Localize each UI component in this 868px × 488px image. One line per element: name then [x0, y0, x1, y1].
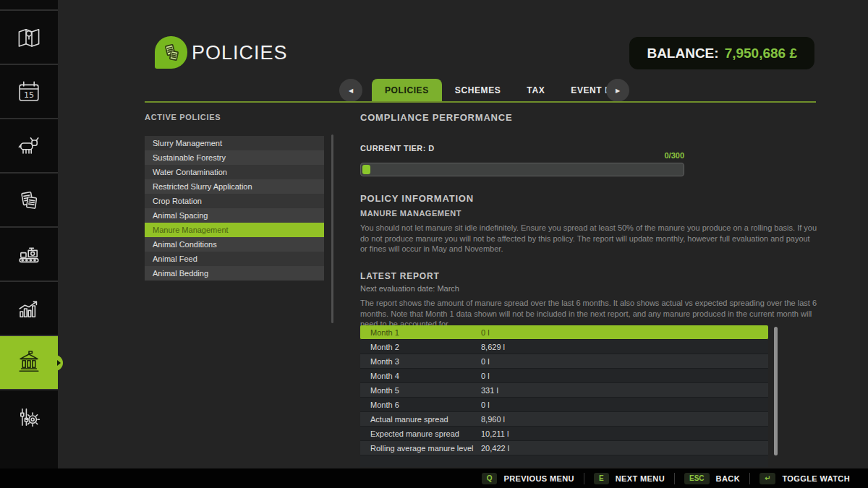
sidebar-item-partial-top	[0, 0, 58, 9]
compliance-score: 0/300	[360, 151, 684, 160]
latest-report-heading: LATEST REPORT	[360, 271, 440, 281]
row-value: 8,960 l	[481, 415, 505, 424]
sidebar-item-contracts[interactable]	[0, 172, 58, 226]
tab-underline	[145, 101, 816, 103]
row-value: 0 l	[481, 328, 490, 337]
row-value: 8,629 l	[481, 343, 505, 351]
policy-list-scrollbar[interactable]	[331, 134, 333, 323]
policy-list-item[interactable]: Animal Conditions	[145, 237, 324, 252]
policy-name: MANURE MANAGEMENT	[360, 209, 461, 218]
sidebar-item-finances[interactable]	[0, 335, 58, 389]
hotkey-action[interactable]: ESC BACK	[674, 473, 749, 484]
hotkey-label: PREVIOUS MENU	[503, 474, 574, 483]
production-icon	[14, 240, 43, 269]
table-row[interactable]: Actual manure spread 8,960 l	[360, 412, 768, 427]
policy-list-item[interactable]: Animal Bedding	[145, 266, 324, 281]
hotkey-badge: ESC	[684, 473, 710, 484]
tabs-next-arrow[interactable]: ▶	[606, 79, 629, 102]
contracts-icon	[14, 186, 43, 215]
row-label: Month 4	[360, 372, 481, 380]
table-row[interactable]: Rolling average manure level 20,422 l	[360, 441, 768, 455]
tab-bar: POLICIESSCHEMESTAXEVENT LOG	[372, 79, 638, 102]
table-row[interactable]: Month 1 0 l	[360, 325, 768, 340]
balance-badge: BALANCE: 7,950,686 £	[629, 37, 814, 69]
report-table: Month 1 0 l Month 2 8,629 l Month 3 0 l …	[360, 325, 768, 467]
table-row[interactable]: Month 4 0 l	[360, 369, 768, 383]
row-value: 10,211 l	[481, 429, 509, 438]
policy-list-item[interactable]: Water Contamination	[145, 165, 324, 179]
hotkey-label: NEXT MENU	[616, 474, 665, 483]
policy-info-heading: POLICY INFORMATION	[360, 193, 474, 204]
compliance-heading: COMPLIANCE PERFORMANCE	[360, 112, 512, 123]
hotkey-action[interactable]: Q PREVIOUS MENU	[472, 473, 584, 484]
table-row[interactable]	[360, 455, 768, 467]
bank-icon	[14, 348, 43, 377]
policy-description: You should not let manure sit idle indef…	[360, 223, 819, 254]
hotkey-badge: Q	[482, 473, 498, 484]
sidebar-item-statistics[interactable]	[0, 281, 58, 335]
hotkey-label: TOGGLE WATCH	[782, 474, 850, 483]
policy-list-item[interactable]: Animal Feed	[145, 252, 324, 266]
sidebar: 15	[0, 0, 58, 468]
table-row[interactable]: Expected manure spread 10,211 l	[360, 427, 768, 441]
table-row[interactable]: Month 5 331 l	[360, 383, 768, 398]
svg-text:15: 15	[24, 90, 34, 100]
report-table-scrollbar[interactable]	[774, 327, 778, 455]
hotkey-label: BACK	[716, 474, 740, 483]
row-value: 331 l	[481, 386, 498, 395]
sidebar-item-settings[interactable]	[0, 389, 58, 443]
policy-list-item[interactable]: Animal Spacing	[145, 208, 324, 223]
compliance-progress-fill	[362, 165, 370, 174]
hotkey-action[interactable]: E NEXT MENU	[584, 473, 674, 484]
row-value: 0 l	[481, 401, 490, 409]
row-label: Month 6	[360, 401, 481, 409]
compliance-progress-bar	[360, 163, 684, 176]
tab[interactable]: TAX	[514, 79, 558, 102]
table-row[interactable]: Month 3 0 l	[360, 354, 768, 369]
table-row[interactable]: Month 6 0 l	[360, 398, 768, 412]
row-value: 0 l	[481, 372, 490, 380]
row-label: Month 3	[360, 357, 481, 366]
statistics-icon	[14, 294, 43, 323]
balance-label: BALANCE:	[647, 46, 718, 61]
row-label: Month 1	[360, 328, 481, 337]
policies-icon	[155, 36, 187, 69]
policy-list-item[interactable]: Crop Rotation	[145, 194, 324, 208]
sidebar-item-calendar[interactable]: 15	[0, 64, 58, 118]
row-label: Rolling average manure level	[360, 444, 481, 453]
row-label: Month 5	[360, 386, 481, 395]
hotkey-badge: ↵	[760, 473, 775, 484]
settings-icon	[14, 403, 43, 432]
calendar-icon: 15	[14, 77, 43, 106]
row-label: Actual manure spread	[360, 415, 481, 424]
sidebar-item-production[interactable]	[0, 226, 58, 281]
sidebar-item-map[interactable]	[0, 9, 58, 64]
active-policies-heading: ACTIVE POLICIES	[145, 113, 221, 121]
hotkey-badge: E	[594, 473, 609, 484]
policy-list-item[interactable]: Sustainable Forestry	[145, 150, 324, 165]
tab[interactable]: POLICIES	[372, 79, 442, 102]
row-label: Month 2	[360, 343, 481, 351]
tab[interactable]: SCHEMES	[442, 79, 514, 102]
page-title: POLICIES	[192, 42, 288, 64]
table-row[interactable]: Month 2 8,629 l	[360, 340, 768, 354]
row-label: Expected manure spread	[360, 429, 481, 438]
policy-list-item[interactable]: Manure Management	[145, 223, 324, 237]
map-icon	[14, 23, 43, 52]
hotkey-bar: Q PREVIOUS MENU E NEXT MENU ESC BACK ↵ T…	[0, 468, 868, 488]
balance-value: 7,950,686 £	[725, 46, 797, 61]
next-evaluation-date: Next evaluation date: March	[360, 284, 459, 293]
policies-screen: 15	[0, 0, 868, 488]
cow-icon	[14, 132, 43, 160]
hotkey-action[interactable]: ↵ TOGGLE WATCH	[749, 473, 859, 484]
policy-list-item[interactable]: Restricted Slurry Application	[145, 179, 324, 194]
row-value: 20,422 l	[481, 444, 509, 453]
row-value: 0 l	[481, 357, 490, 366]
active-policies-list: Slurry ManagementSustainable ForestryWat…	[145, 136, 324, 281]
tabs-prev-arrow[interactable]: ◀	[339, 79, 362, 102]
sidebar-item-partial-bottom	[0, 443, 58, 455]
sidebar-item-animals[interactable]	[0, 118, 58, 172]
policy-list-item[interactable]: Slurry Management	[145, 136, 324, 150]
